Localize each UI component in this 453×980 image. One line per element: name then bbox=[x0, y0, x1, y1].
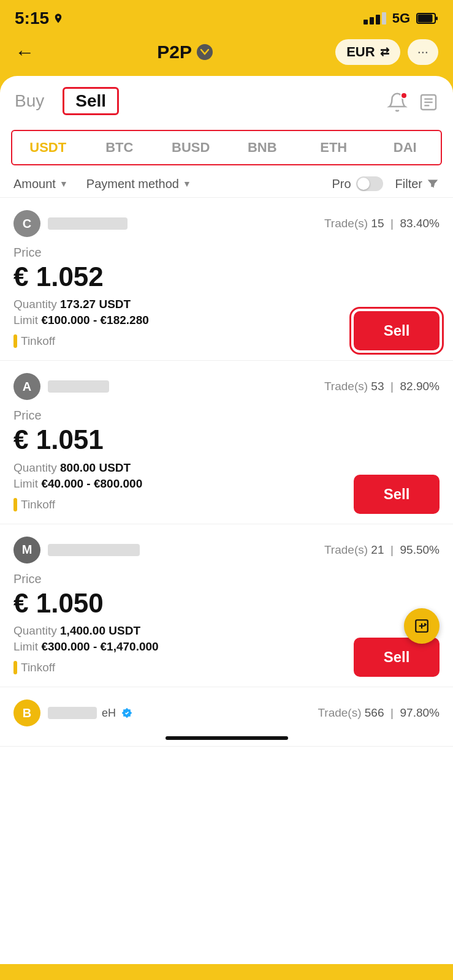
bottom-home-indicator bbox=[166, 736, 288, 740]
amount-filter[interactable]: Amount ▼ bbox=[13, 177, 68, 191]
filters-row: Amount ▼ Payment method ▼ Pro Filter bbox=[0, 165, 453, 197]
signal-icon bbox=[364, 12, 386, 24]
quantity-value-3: 1,400.00 USDT bbox=[60, 624, 140, 637]
user-info-4-inner: eH bbox=[48, 707, 133, 720]
chevron-down-icon bbox=[200, 49, 209, 55]
trade-main-1: Price € 1.052 Quantity 173.27 USDT Limit… bbox=[13, 246, 440, 350]
amount-label: Amount bbox=[13, 177, 56, 191]
svg-rect-1 bbox=[418, 15, 433, 23]
completion-4: 97.80% bbox=[400, 706, 440, 719]
trade-main-2: Price € 1.051 Quantity 800.00 USDT Limit… bbox=[13, 409, 440, 513]
status-bar: 5:15 5G bbox=[0, 0, 453, 33]
crypto-usdt[interactable]: USDT bbox=[12, 131, 84, 164]
fab-button[interactable] bbox=[404, 608, 440, 644]
tabs-left: Buy Sell bbox=[15, 87, 119, 120]
p2p-title: P2P bbox=[157, 42, 192, 62]
trade-left-3: Price € 1.050 Quantity 1,400.00 USDT Lim… bbox=[13, 572, 159, 677]
trade-card-1: C Trade(s) 15 | 83.40% Price € 1.052 Qua… bbox=[0, 198, 453, 361]
trade-stats-4: Trade(s) 566 | 97.80% bbox=[318, 706, 440, 720]
trade-stats-1: Trade(s) 15 | 83.40% bbox=[324, 217, 440, 230]
avatar-1: C bbox=[13, 210, 40, 237]
limit-min-2: €40.000 bbox=[41, 477, 83, 490]
status-time: 5:15 bbox=[15, 9, 64, 28]
trade-card-1-header: C Trade(s) 15 | 83.40% bbox=[13, 210, 440, 237]
tabs-row: Buy Sell bbox=[0, 76, 453, 120]
verified-icon bbox=[121, 707, 133, 719]
limit-max-2: €800.000 bbox=[94, 477, 142, 490]
completion-3: 95.50% bbox=[400, 543, 440, 556]
user-info-1: C bbox=[13, 210, 128, 237]
sell-button-2[interactable]: Sell bbox=[354, 475, 440, 514]
sell-button-3[interactable]: Sell bbox=[354, 638, 440, 677]
avatar-3: M bbox=[13, 537, 40, 564]
tab-buy[interactable]: Buy bbox=[15, 91, 44, 116]
pro-toggle[interactable]: Pro bbox=[332, 176, 383, 191]
payment-filter[interactable]: Payment method ▼ bbox=[86, 177, 191, 191]
dropdown-arrow-icon[interactable] bbox=[197, 44, 213, 60]
trade-card-4-header: B eH Trade(s) 566 | 97.80% bbox=[13, 699, 440, 726]
crypto-dai[interactable]: DAI bbox=[370, 131, 441, 164]
trade-quantity-2: Quantity 800.00 USDT bbox=[13, 461, 142, 475]
price-label-3: Price bbox=[13, 572, 159, 586]
header-right: EUR ⇄ ··· bbox=[335, 39, 438, 65]
payment-tag-1: Tinkoff bbox=[13, 334, 55, 348]
price-value-1: € 1.052 bbox=[13, 262, 149, 292]
limit-min-1: €100.000 bbox=[41, 314, 89, 326]
notification-button[interactable] bbox=[387, 92, 408, 115]
back-button[interactable]: ← bbox=[15, 41, 34, 64]
header: ← P2P EUR ⇄ ··· bbox=[0, 33, 453, 76]
payment-tag-3: Tinkoff bbox=[13, 661, 55, 674]
location-icon bbox=[53, 13, 64, 24]
tab-sell[interactable]: Sell bbox=[63, 87, 119, 120]
trade-card-2: A Trade(s) 53 | 82.90% Price € 1.051 Qua… bbox=[0, 361, 453, 524]
username-hint-4: eH bbox=[102, 707, 116, 720]
payment-name-3: Tinkoff bbox=[21, 661, 55, 674]
trade-stats-3: Trade(s) 21 | 95.50% bbox=[324, 543, 440, 557]
scroll-indicator bbox=[13, 736, 440, 740]
completion-1: 83.40% bbox=[400, 217, 440, 230]
price-label-2: Price bbox=[13, 409, 142, 423]
transfer-icon: ⇄ bbox=[380, 45, 389, 59]
crypto-eth[interactable]: ETH bbox=[298, 131, 370, 164]
crypto-selector: USDT BTC BUSD BNB ETH DAI bbox=[11, 130, 442, 165]
trades-count-3: 21 bbox=[371, 543, 384, 556]
buy-label: Buy bbox=[15, 91, 44, 110]
payment-name-1: Tinkoff bbox=[21, 334, 55, 348]
sell-button-1[interactable]: Sell bbox=[354, 311, 440, 350]
payment-tag-2: Tinkoff bbox=[13, 498, 55, 511]
header-title: P2P bbox=[157, 42, 213, 62]
limit-min-3: €300.000 bbox=[41, 640, 89, 653]
filter-button[interactable]: Filter bbox=[395, 177, 440, 191]
pro-toggle-track[interactable] bbox=[356, 176, 383, 191]
battery-icon bbox=[416, 12, 438, 24]
time-display: 5:15 bbox=[15, 9, 49, 28]
trade-quantity-1: Quantity 173.27 USDT bbox=[13, 298, 149, 311]
orders-icon bbox=[419, 92, 438, 112]
more-label: ··· bbox=[417, 44, 428, 59]
trade-left-1: Price € 1.052 Quantity 173.27 USDT Limit… bbox=[13, 246, 149, 350]
tabs-icons bbox=[387, 92, 438, 115]
avatar-2: A bbox=[13, 373, 40, 400]
status-right: 5G bbox=[364, 10, 438, 26]
more-button[interactable]: ··· bbox=[408, 39, 438, 65]
limit-max-3: €1,470.000 bbox=[101, 640, 159, 653]
orders-button[interactable] bbox=[419, 92, 438, 115]
trade-quantity-3: Quantity 1,400.00 USDT bbox=[13, 624, 159, 638]
currency-button[interactable]: EUR ⇄ bbox=[335, 39, 400, 65]
main-content: Buy Sell bbox=[0, 76, 453, 964]
trade-limit-2: Limit €40.000 - €800.000 bbox=[13, 477, 142, 491]
crypto-busd[interactable]: BUSD bbox=[155, 131, 227, 164]
price-value-3: € 1.050 bbox=[13, 589, 159, 618]
sell-label: Sell bbox=[75, 91, 106, 110]
sell-btn-wrapper-3: Sell bbox=[354, 638, 440, 677]
trade-card-4: B eH Trade(s) 566 | 97.80% bbox=[0, 687, 453, 747]
trade-main-3: Price € 1.050 Quantity 1,400.00 USDT Lim… bbox=[13, 572, 440, 677]
user-info-2: A bbox=[13, 373, 109, 400]
username-blur-4 bbox=[48, 707, 97, 719]
price-value-2: € 1.051 bbox=[13, 425, 142, 454]
trade-limit-1: Limit €100.000 - €182.280 bbox=[13, 314, 149, 327]
crypto-bnb[interactable]: BNB bbox=[227, 131, 299, 164]
payment-dot-1 bbox=[13, 334, 17, 348]
crypto-btc[interactable]: BTC bbox=[84, 131, 156, 164]
limit-max-1: €182.280 bbox=[101, 314, 149, 326]
